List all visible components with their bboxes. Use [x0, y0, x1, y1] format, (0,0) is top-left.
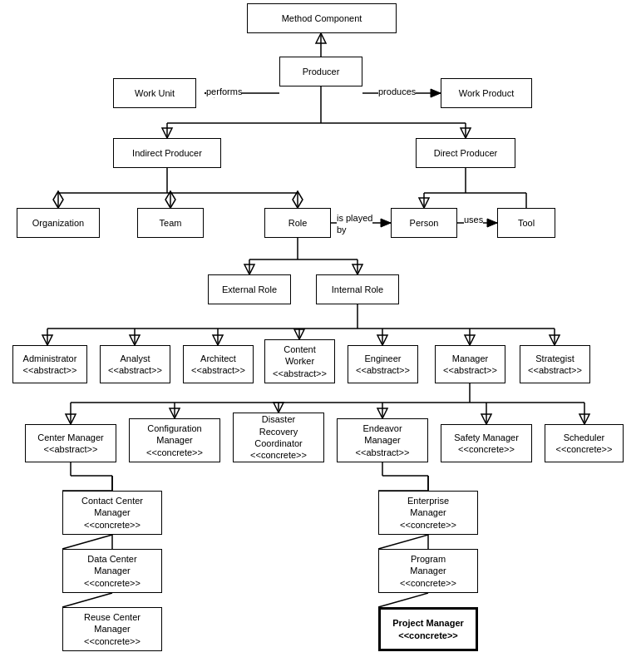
produces: produces: [378, 86, 416, 97]
strategist: Strategist<<abstract>>: [520, 345, 590, 383]
svg-marker-34: [353, 264, 362, 274]
svg-marker-5: [431, 89, 441, 97]
svg-marker-28: [487, 219, 497, 227]
team: Team: [137, 208, 204, 238]
content-worker: ContentWorker<<abstract>>: [264, 339, 335, 383]
administrator: Administrator<<abstract>>: [12, 345, 87, 383]
disaster-recovery: DisasterRecoveryCoordinator<<concrete>>: [233, 413, 324, 462]
svg-marker-60: [170, 408, 180, 418]
svg-marker-47: [294, 329, 304, 339]
performs: performs: [206, 86, 242, 97]
svg-marker-50: [550, 335, 560, 345]
svg-marker-49: [465, 335, 475, 345]
svg-line-71: [62, 535, 112, 549]
svg-marker-45: [130, 335, 140, 345]
architect: Architect<<abstract>>: [183, 345, 254, 383]
tool: Tool: [497, 208, 555, 238]
data-center: Data CenterManager<<concrete>>: [62, 549, 162, 593]
svg-marker-63: [481, 414, 491, 424]
svg-marker-19: [293, 191, 303, 208]
svg-marker-44: [42, 335, 52, 345]
safety-manager: Safety Manager<<concrete>>: [441, 424, 532, 462]
svg-marker-23: [419, 198, 429, 208]
role: Role: [264, 208, 331, 238]
enterprise-manager: EnterpriseManager<<concrete>>: [378, 491, 478, 535]
direct-producer: Direct Producer: [416, 138, 515, 168]
work-product: Work Product: [441, 78, 532, 108]
svg-marker-17: [165, 191, 175, 208]
svg-marker-15: [53, 191, 63, 208]
svg-line-79: [378, 535, 428, 549]
external-role: External Role: [208, 274, 291, 304]
program-manager: ProgramManager<<concrete>>: [378, 549, 478, 593]
organization: Organization: [17, 208, 100, 238]
svg-marker-48: [377, 335, 387, 345]
endeavor-manager: EndeavorManager<<abstract>>: [337, 418, 428, 462]
person: Person: [391, 208, 457, 238]
contact-center: Contact CenterManager<<concrete>>: [62, 491, 162, 535]
svg-marker-61: [274, 403, 284, 413]
center-manager: Center Manager<<abstract>>: [25, 424, 116, 462]
scheduler: Scheduler<<concrete>>: [545, 424, 624, 462]
config-manager: ConfigurationManager<<concrete>>: [129, 418, 220, 462]
manager: Manager<<abstract>>: [435, 345, 505, 383]
internal-role: Internal Role: [316, 274, 399, 304]
svg-line-72: [62, 593, 112, 607]
svg-line-80: [378, 593, 428, 607]
svg-marker-59: [66, 414, 76, 424]
method-component: Method Component: [247, 3, 397, 33]
indirect-producer: Indirect Producer: [113, 138, 221, 168]
svg-marker-46: [213, 335, 223, 345]
engineer: Engineer<<abstract>>: [348, 345, 418, 383]
is-played-by: is playedby: [337, 212, 372, 236]
work-unit: Work Unit: [113, 78, 196, 108]
svg-marker-9: [162, 128, 172, 138]
svg-marker-26: [381, 219, 391, 227]
uses: uses: [464, 214, 483, 225]
svg-marker-11: [461, 128, 471, 138]
producer: Producer: [279, 57, 362, 86]
svg-marker-32: [244, 264, 254, 274]
svg-marker-64: [579, 414, 589, 424]
svg-marker-62: [377, 408, 387, 418]
project-manager: Project Manager<<concrete>>: [378, 607, 478, 651]
analyst: Analyst<<abstract>>: [100, 345, 170, 383]
uml-diagram: Method ComponentProducerWork UnitWork Pr…: [0, 0, 641, 672]
svg-marker-1: [316, 33, 326, 43]
reuse-center: Reuse CenterManager<<concrete>>: [62, 607, 162, 651]
